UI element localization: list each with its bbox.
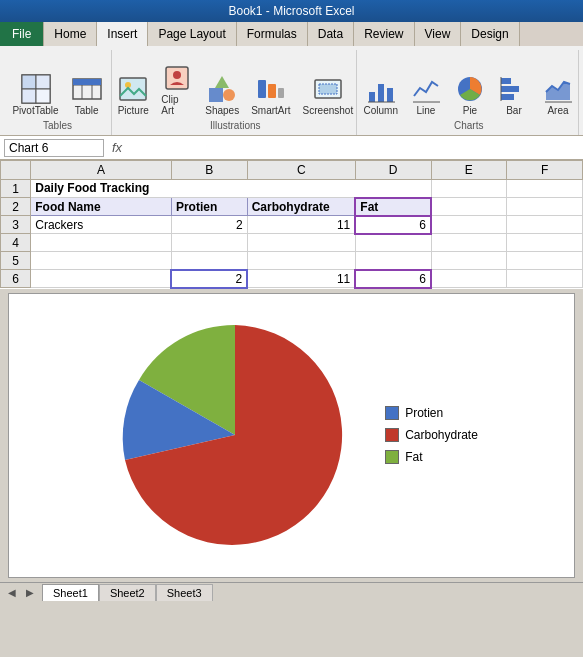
col-header-c[interactable]: C <box>247 161 355 180</box>
svg-rect-17 <box>258 80 266 98</box>
cell-e1[interactable] <box>431 180 507 198</box>
sheet-tab-2[interactable]: Sheet2 <box>99 584 156 601</box>
tab-page-layout[interactable]: Page Layout <box>148 22 236 46</box>
sheet-tab-1[interactable]: Sheet1 <box>42 584 99 601</box>
svg-rect-28 <box>501 78 511 84</box>
table-button[interactable]: Table <box>67 71 107 118</box>
col-header-e[interactable]: E <box>431 161 507 180</box>
pie-chart-button[interactable]: Pie <box>450 71 490 118</box>
cell-c6[interactable]: 11 <box>247 270 355 288</box>
line-chart-button[interactable]: Line <box>406 71 446 118</box>
cell-f4[interactable] <box>507 234 583 252</box>
svg-rect-18 <box>268 84 276 98</box>
cell-d5[interactable] <box>355 252 431 270</box>
cell-c4[interactable] <box>247 234 355 252</box>
table-row: 1 Daily Food Tracking <box>1 180 583 198</box>
cell-d4[interactable] <box>355 234 431 252</box>
cell-b5[interactable] <box>171 252 247 270</box>
tab-file[interactable]: File <box>0 22 44 46</box>
tab-data[interactable]: Data <box>308 22 354 46</box>
cell-b6[interactable]: 2 <box>171 270 247 288</box>
cell-e6[interactable] <box>431 270 507 288</box>
cell-e4[interactable] <box>431 234 507 252</box>
cell-b4[interactable] <box>171 234 247 252</box>
sheet-nav-right[interactable]: ▶ <box>22 584 38 600</box>
cell-f6[interactable] <box>507 270 583 288</box>
tab-view[interactable]: View <box>415 22 462 46</box>
cell-f5[interactable] <box>507 252 583 270</box>
col-header-a[interactable]: A <box>31 161 172 180</box>
cell-e5[interactable] <box>431 252 507 270</box>
chart-container[interactable]: Protien Carbohydrate Fat <box>8 293 575 578</box>
legend-label-fat: Fat <box>405 450 422 464</box>
svg-rect-19 <box>278 88 284 98</box>
cell-b3[interactable]: 2 <box>171 216 247 234</box>
cell-a2[interactable]: Food Name <box>31 198 172 216</box>
svg-point-13 <box>173 71 181 79</box>
line-label: Line <box>417 105 436 116</box>
legend-item-carbohydrate: Carbohydrate <box>385 428 478 442</box>
cell-c5[interactable] <box>247 252 355 270</box>
cell-a6[interactable] <box>31 270 172 288</box>
title-bar: Book1 - Microsoft Excel <box>0 0 583 22</box>
clip-art-label: Clip Art <box>161 94 193 116</box>
cell-e3[interactable] <box>431 216 507 234</box>
cell-b2[interactable]: Protien <box>171 198 247 216</box>
pie-icon <box>454 73 486 105</box>
table-label: Table <box>75 105 99 116</box>
tables-buttons: PivotTable Table <box>8 50 106 118</box>
cell-c3[interactable]: 11 <box>247 216 355 234</box>
legend-color-carbohydrate <box>385 428 399 442</box>
col-header-b[interactable]: B <box>171 161 247 180</box>
svg-rect-10 <box>120 78 146 100</box>
col-header-f[interactable]: F <box>507 161 583 180</box>
area-chart-button[interactable]: Area <box>538 71 578 118</box>
tab-design[interactable]: Design <box>461 22 519 46</box>
cell-d6[interactable]: 6 <box>355 270 431 288</box>
cell-a1[interactable]: Daily Food Tracking <box>31 180 431 198</box>
cell-d3[interactable]: 6 <box>355 216 431 234</box>
formula-input[interactable] <box>130 141 579 155</box>
name-box[interactable] <box>4 139 104 157</box>
shapes-icon <box>206 73 238 105</box>
tab-insert[interactable]: Insert <box>97 22 148 46</box>
column-chart-button[interactable]: Column <box>359 71 401 118</box>
ribbon-tabs: File Home Insert Page Layout Formulas Da… <box>0 22 583 46</box>
shapes-button[interactable]: Shapes <box>201 71 243 118</box>
pivot-table-button[interactable]: PivotTable <box>8 71 62 118</box>
smart-art-button[interactable]: SmartArt <box>247 71 294 118</box>
screenshot-button[interactable]: Screenshot <box>299 71 358 118</box>
cell-a3[interactable]: Crackers <box>31 216 172 234</box>
bar-chart-button[interactable]: Bar <box>494 71 534 118</box>
table-row: 5 <box>1 252 583 270</box>
cell-a4[interactable] <box>31 234 172 252</box>
picture-button[interactable]: Picture <box>113 71 153 118</box>
svg-rect-3 <box>22 89 36 103</box>
pie-chart-area: Protien Carbohydrate Fat <box>9 294 574 577</box>
col-header-d[interactable]: D <box>355 161 431 180</box>
screenshot-icon <box>312 73 344 105</box>
tab-home[interactable]: Home <box>44 22 97 46</box>
cell-c2[interactable]: Carbohydrate <box>247 198 355 216</box>
chart-legend: Protien Carbohydrate Fat <box>385 406 478 464</box>
screenshot-label: Screenshot <box>303 105 354 116</box>
cell-f3[interactable] <box>507 216 583 234</box>
cell-f2[interactable] <box>507 198 583 216</box>
table-row: 4 <box>1 234 583 252</box>
legend-item-fat: Fat <box>385 450 478 464</box>
col-header-row <box>1 161 31 180</box>
svg-point-15 <box>223 89 235 101</box>
row-header-1: 1 <box>1 180 31 198</box>
tab-review[interactable]: Review <box>354 22 414 46</box>
table-row: 2 Food Name Protien Carbohydrate Fat <box>1 198 583 216</box>
svg-marker-16 <box>215 76 229 88</box>
cell-e2[interactable] <box>431 198 507 216</box>
sheet-nav-left[interactable]: ◀ <box>4 584 20 600</box>
cell-f1[interactable] <box>507 180 583 198</box>
clip-art-button[interactable]: Clip Art <box>157 60 197 118</box>
smart-art-label: SmartArt <box>251 105 290 116</box>
cell-d2[interactable]: Fat <box>355 198 431 216</box>
tab-formulas[interactable]: Formulas <box>237 22 308 46</box>
cell-a5[interactable] <box>31 252 172 270</box>
sheet-tab-3[interactable]: Sheet3 <box>156 584 213 601</box>
